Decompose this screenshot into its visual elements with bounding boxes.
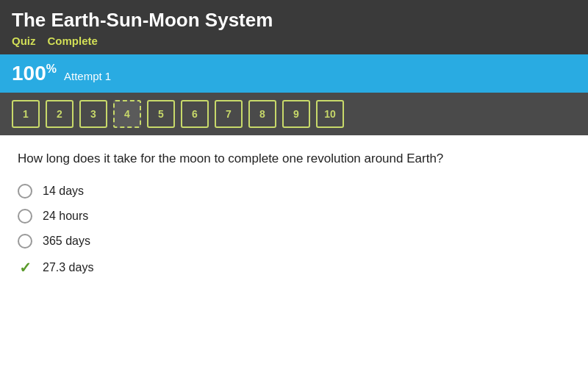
question-nav-btn-5[interactable]: 5	[147, 100, 175, 128]
question-nav-btn-4[interactable]: 4	[113, 100, 141, 128]
question-nav-btn-10[interactable]: 10	[316, 100, 344, 128]
content-area: How long does it take for the moon to co…	[0, 135, 588, 375]
answer-label: 27.3 days	[43, 261, 93, 274]
radio-button[interactable]	[18, 184, 32, 199]
radio-button[interactable]	[18, 209, 32, 224]
question-nav-btn-2[interactable]: 2	[46, 100, 74, 128]
page-wrapper: The Earth-Sun-Moon System Quiz Complete …	[0, 0, 588, 375]
question-nav: 12345678910	[0, 93, 588, 135]
answer-item-1[interactable]: 14 days	[18, 184, 570, 199]
header: The Earth-Sun-Moon System Quiz Complete	[0, 0, 588, 54]
question-nav-btn-7[interactable]: 7	[215, 100, 243, 128]
breadcrumb: Quiz Complete	[12, 35, 576, 47]
question-nav-btn-3[interactable]: 3	[79, 100, 107, 128]
score-attempt: Attempt 1	[64, 70, 111, 82]
question-nav-btn-6[interactable]: 6	[181, 100, 209, 128]
question-nav-btn-9[interactable]: 9	[282, 100, 310, 128]
answer-label: 365 days	[43, 235, 90, 248]
question-nav-btn-8[interactable]: 8	[248, 100, 276, 128]
question-text: How long does it take for the moon to co…	[18, 150, 570, 168]
answers-list: 14 days24 hours365 days✓27.3 days	[18, 184, 570, 276]
answer-item-2[interactable]: 24 hours	[18, 209, 570, 224]
answer-label: 14 days	[43, 185, 84, 198]
breadcrumb-quiz: Quiz	[12, 35, 36, 47]
page-title: The Earth-Sun-Moon System	[12, 9, 576, 32]
score-bar: 100% Attempt 1	[0, 54, 588, 93]
answer-item-4[interactable]: ✓27.3 days	[18, 259, 570, 276]
answer-label: 24 hours	[43, 210, 88, 223]
score-percent: 100%	[12, 62, 57, 85]
correct-check-icon: ✓	[18, 259, 32, 276]
answer-item-3[interactable]: 365 days	[18, 234, 570, 249]
radio-button[interactable]	[18, 234, 32, 249]
question-nav-btn-1[interactable]: 1	[12, 100, 40, 128]
breadcrumb-status: Complete	[48, 35, 98, 47]
